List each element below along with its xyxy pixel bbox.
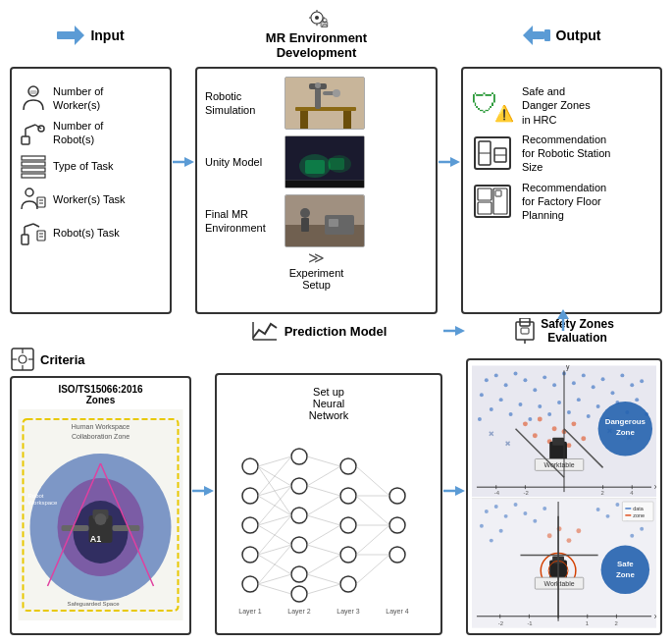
- svg-text:y: y: [566, 364, 570, 371]
- output-station-label: Recommendationfor Robotic StationSize: [522, 133, 611, 175]
- bottom-section: Criteria ISO/TS15066:2016Zones: [10, 346, 662, 635]
- safety-header-line2: Evaluation: [547, 331, 607, 345]
- svg-point-172: [552, 383, 556, 387]
- svg-point-206: [571, 421, 576, 426]
- svg-rect-38: [315, 87, 321, 109]
- svg-point-208: [566, 443, 571, 448]
- robot-arm-icon: [20, 119, 47, 146]
- input-item-workers: Number ofWorker(s): [20, 84, 162, 113]
- input-item-worker-task: Worker(s) Task: [20, 186, 162, 213]
- svg-point-248: [596, 508, 600, 511]
- robotic-sim-label: Robotic Simulation: [205, 89, 279, 118]
- robotic-sim-thumbnail: [284, 77, 365, 130]
- input-label: Input: [90, 27, 124, 43]
- prediction-chart-icon: [251, 320, 279, 342]
- svg-point-246: [533, 519, 537, 523]
- safety-zones-svg: Worktable Dangerous Zone x y: [472, 364, 656, 629]
- svg-text:2: 2: [614, 620, 617, 626]
- svg-rect-0: [57, 31, 77, 39]
- task-type-icon: [20, 152, 47, 180]
- svg-point-193: [587, 414, 591, 418]
- svg-text:Layer 4: Layer 4: [386, 608, 408, 616]
- output-safe-danger-label: Safe andDanger Zonesin HRC: [522, 84, 591, 127]
- input-section: Input Number ofWorker(s): [10, 10, 172, 314]
- mr-header: MR Environment Development: [195, 10, 438, 61]
- station-svg: [474, 136, 511, 170]
- svg-point-169: [523, 378, 527, 382]
- svg-rect-49: [285, 181, 365, 188]
- svg-point-176: [592, 385, 595, 389]
- svg-point-203: [533, 433, 538, 438]
- svg-rect-70: [495, 190, 501, 196]
- mr-unity-item: Unity Model: [205, 135, 428, 188]
- svg-rect-75: [516, 322, 534, 340]
- svg-point-166: [504, 383, 508, 387]
- mr-dev-section: MR Environment Development Robotic Simul…: [195, 10, 438, 314]
- up-arrow-icon: [552, 309, 574, 331]
- robot-task-icon: [20, 219, 47, 246]
- criteria-label: Criteria: [40, 352, 85, 367]
- svg-marker-1: [75, 26, 84, 45]
- svg-rect-36: [300, 111, 308, 129]
- svg-rect-68: [478, 202, 491, 214]
- svg-text:Safeguarded Space: Safeguarded Space: [68, 601, 121, 607]
- svg-text:Zone: Zone: [616, 428, 635, 437]
- svg-point-80: [19, 355, 26, 363]
- svg-point-245: [523, 511, 527, 515]
- svg-point-170: [533, 388, 537, 392]
- svg-text:Human Workspace: Human Workspace: [72, 423, 130, 431]
- arrow-prediction-to-safety: [442, 346, 466, 635]
- prediction-box: Set upNeuralNetwork: [215, 373, 442, 635]
- svg-point-13: [26, 188, 33, 196]
- criteria-header: Criteria: [10, 346, 191, 373]
- svg-marker-59: [523, 26, 533, 45]
- input-task-label: Type of Task: [53, 160, 114, 172]
- svg-rect-35: [295, 107, 356, 111]
- svg-point-164: [485, 378, 489, 382]
- criteria-section: Criteria ISO/TS15066:2016Zones: [10, 346, 191, 635]
- svg-rect-47: [329, 158, 344, 170]
- criteria-box: ISO/TS15066:2016Zones: [10, 376, 191, 635]
- svg-rect-9: [22, 156, 45, 160]
- svg-point-178: [610, 391, 614, 395]
- output-station: Recommendationfor Robotic StationSize: [471, 133, 652, 175]
- svg-text:Zone: Zone: [616, 570, 635, 579]
- svg-point-249: [606, 514, 610, 518]
- svg-point-165: [494, 373, 498, 377]
- svg-marker-104: [204, 486, 214, 496]
- input-header: Input: [10, 10, 172, 61]
- svg-point-192: [577, 398, 581, 402]
- input-arrow-icon: [57, 22, 84, 49]
- input-robots-label: Number ofRobot(s): [53, 119, 103, 147]
- svg-point-171: [543, 375, 546, 379]
- output-safe-danger: 🛡 ⚠️ Safe andDanger Zonesin HRC: [471, 84, 652, 127]
- svg-rect-3: [29, 90, 37, 94]
- svg-text:-2: -2: [498, 620, 503, 626]
- svg-point-190: [557, 401, 561, 404]
- mr-dev-icon: [299, 10, 335, 28]
- svg-point-186: [518, 402, 522, 406]
- safety-box: Worktable Dangerous Zone x y: [466, 358, 662, 635]
- right-arrow-5-icon: [443, 480, 465, 502]
- svg-text:Collaboration Zone: Collaboration Zone: [72, 433, 129, 440]
- svg-point-177: [601, 377, 605, 381]
- svg-point-243: [480, 524, 484, 528]
- svg-point-198: [635, 398, 639, 402]
- main-diagram: { "header": { "input_label": "Input", "m…: [0, 0, 672, 644]
- svg-point-257: [640, 527, 644, 531]
- right-arrow-4-icon: [192, 480, 214, 502]
- experiment-label: ExperimentSetup: [205, 267, 428, 291]
- mr-title-line2: Development: [277, 45, 357, 60]
- svg-rect-94: [113, 525, 140, 531]
- final-mr-label: Final MREnvironment: [205, 207, 279, 236]
- svg-point-207: [581, 436, 586, 441]
- final-mr-svg: [285, 195, 365, 247]
- output-label: Output: [556, 27, 601, 43]
- svg-text:-2: -2: [523, 490, 528, 496]
- svg-rect-55: [329, 219, 338, 227]
- input-worker-task-label: Worker(s) Task: [53, 193, 126, 205]
- iso-diagram-svg: Human Workspace Collaboration Zone Robot…: [18, 409, 183, 620]
- svg-text:zone: zone: [633, 512, 645, 518]
- svg-point-42: [315, 82, 321, 88]
- svg-point-247: [543, 507, 546, 510]
